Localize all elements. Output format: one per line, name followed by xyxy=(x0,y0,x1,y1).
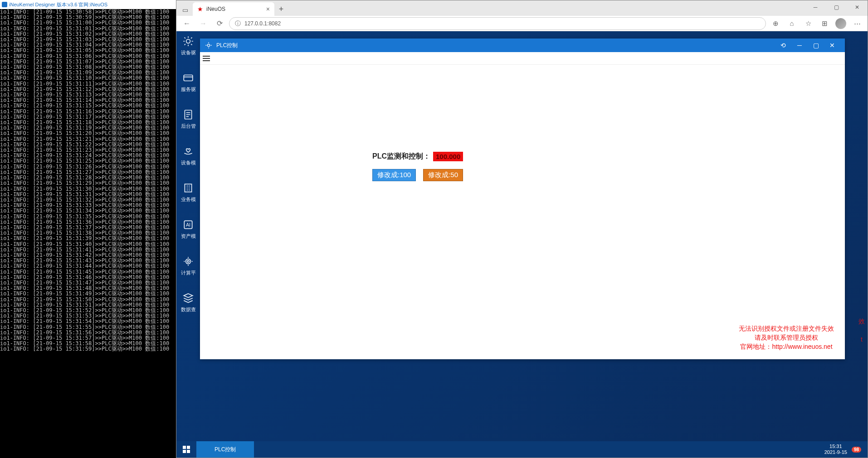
profile-button[interactable] xyxy=(834,17,848,30)
gear-icon xyxy=(205,41,213,49)
svg-rect-11 xyxy=(183,450,186,453)
sidebar-label: 计算平 xyxy=(181,270,196,276)
sidebar-item-devmodel[interactable]: 设备模 xyxy=(176,145,200,166)
favorites-icon[interactable]: ☆ xyxy=(801,17,815,30)
sidebar-item-compute[interactable]: 计算平 xyxy=(176,255,200,276)
url-text: 127.0.0.1:8082 xyxy=(244,20,281,27)
sidebar-label: 数据查 xyxy=(181,306,196,313)
collections-icon[interactable]: ⊞ xyxy=(818,17,831,30)
browser-toolbar: ← → ⟳ ⓘ 127.0.0.1:8082 ⊕ ⌂ ☆ ⊞ ⋯ xyxy=(176,16,868,31)
svg-point-8 xyxy=(207,44,210,46)
license-warning: 无法识别授权文件或注册文件失效 请及时联系管理员授权 官网地址：http://w… xyxy=(739,324,834,351)
gear-icon xyxy=(182,35,195,48)
notification-badge[interactable]: 98 xyxy=(852,447,861,453)
minimize-button[interactable]: ─ xyxy=(805,0,826,14)
taskbar-item-plc[interactable]: PLC控制 xyxy=(196,441,254,458)
clock-date: 2021-9-15 xyxy=(824,449,847,455)
building-icon xyxy=(182,182,195,194)
menu-button[interactable]: ⋯ xyxy=(850,17,864,30)
heart-hands-icon xyxy=(182,145,195,158)
refresh-button[interactable]: ⟳ xyxy=(213,17,226,30)
window-controls: ─ ▢ ✕ xyxy=(805,0,868,14)
sidebar-label: 后台管 xyxy=(181,123,196,130)
set-50-button[interactable]: 修改成:50 xyxy=(423,169,463,181)
sidebar-label: 服务驱 xyxy=(181,86,196,93)
license-warning-shadow: 效 t xyxy=(858,317,865,344)
license-url-link[interactable]: http://www.ineuos.net xyxy=(772,343,832,350)
sidebar-item-service[interactable]: 服务驱 xyxy=(176,72,200,93)
svg-point-7 xyxy=(187,260,189,262)
sidebar-label: 资产模 xyxy=(181,233,196,240)
svg-rect-1 xyxy=(184,75,193,81)
console-output: io1-INFO: [21-09-15 15:30:58]>>PLC驱动>>M1… xyxy=(0,9,176,458)
plc-window: PLC控制 ⟲ ─ ▢ ✕ PLC监测和控制： 100.000 修改成:100 … xyxy=(200,39,845,359)
plc-content: PLC监测和控制： 100.000 修改成:100 修改成:50 无法识别授权文… xyxy=(200,65,845,359)
window-maximize-button[interactable]: ▢ xyxy=(808,39,824,52)
console-title-text: iNeuKernel Designer 版本:v3.6 官网:iNeuOS xyxy=(9,0,107,9)
sidebar-item-device[interactable]: 设备驱 xyxy=(176,35,200,56)
tab-title: iNeuOS xyxy=(206,6,225,12)
browser-tabstrip: ▭ ★ iNeuOS × + ─ ▢ ✕ xyxy=(176,0,868,16)
tab-actions-icon[interactable]: ▭ xyxy=(179,4,191,16)
sidebar-item-data[interactable]: 数据查 xyxy=(176,292,200,313)
ai-icon: AI xyxy=(182,218,195,231)
start-button[interactable] xyxy=(176,441,196,458)
browser-window: ▭ ★ iNeuOS × + ─ ▢ ✕ ← → ⟳ ⓘ 127.0.0.1:8… xyxy=(176,0,868,458)
browser-tab[interactable]: ★ iNeuOS × xyxy=(193,2,274,16)
sidebar-item-asset[interactable]: AI 资产模 xyxy=(176,218,200,240)
svg-rect-10 xyxy=(187,446,190,449)
taskbar-clock[interactable]: 15:31 2021-9-15 xyxy=(824,444,847,455)
windows-icon xyxy=(183,446,190,453)
window-refresh-button[interactable]: ⟲ xyxy=(775,39,791,52)
document-icon xyxy=(182,108,195,121)
sidebar-item-bizmodel[interactable]: 业务模 xyxy=(176,182,200,203)
plc-button-row: 修改成:100 修改成:50 xyxy=(372,169,463,181)
favicon-icon: ★ xyxy=(197,6,204,12)
plc-toolbar xyxy=(200,52,845,65)
sidebar-label: 业务模 xyxy=(181,196,196,203)
zoom-icon[interactable]: ⊕ xyxy=(769,17,782,30)
home-icon[interactable]: ⌂ xyxy=(785,17,799,30)
set-100-button[interactable]: 修改成:100 xyxy=(372,169,416,181)
svg-rect-3 xyxy=(185,184,191,192)
license-line3: 官网地址：http://www.ineuos.net xyxy=(739,342,834,351)
console-app-icon xyxy=(2,2,7,7)
clock-time: 15:31 xyxy=(824,444,847,449)
hamburger-icon[interactable] xyxy=(203,54,212,63)
plc-monitor-row: PLC监测和控制： 100.000 xyxy=(372,152,463,161)
app-desktop: 设备驱 服务驱 后台管 设备模 业务模 AI 资产模 xyxy=(176,31,868,458)
gear2-icon xyxy=(182,255,195,268)
sidebar-item-admin[interactable]: 后台管 xyxy=(176,108,200,130)
app-sidebar: 设备驱 服务驱 后台管 设备模 业务模 AI 资产模 xyxy=(176,31,200,441)
sidebar-label: 设备驱 xyxy=(181,49,196,56)
plc-window-titlebar[interactable]: PLC控制 ⟲ ─ ▢ ✕ xyxy=(200,39,845,52)
close-button[interactable]: ✕ xyxy=(847,0,868,14)
taskbar-tray: 15:31 2021-9-15 98 xyxy=(824,441,868,458)
new-tab-button[interactable]: + xyxy=(274,2,288,16)
license-line1: 无法识别授权文件或注册文件失效 xyxy=(739,324,834,333)
license-line2: 请及时联系管理员授权 xyxy=(739,333,834,342)
app-taskbar: PLC控制 15:31 2021-9-15 98 xyxy=(176,441,868,458)
sidebar-label: 设备模 xyxy=(181,159,196,166)
window-minimize-button[interactable]: ─ xyxy=(791,39,808,52)
svg-text:AI: AI xyxy=(186,222,190,227)
svg-rect-9 xyxy=(183,446,186,449)
tab-close-icon[interactable]: × xyxy=(261,5,270,13)
console-titlebar: iNeuKernel Designer 版本:v3.6 官网:iNeuOS xyxy=(0,0,176,9)
forward-button[interactable]: → xyxy=(196,17,210,30)
console-window: iNeuKernel Designer 版本:v3.6 官网:iNeuOS io… xyxy=(0,0,176,458)
plc-value: 100.000 xyxy=(433,152,463,161)
card-icon xyxy=(182,72,195,84)
address-bar[interactable]: ⓘ 127.0.0.1:8082 xyxy=(229,17,766,30)
plc-label: PLC监测和控制： xyxy=(372,152,430,161)
plc-window-title: PLC控制 xyxy=(216,42,238,49)
maximize-button[interactable]: ▢ xyxy=(826,0,847,14)
avatar-icon xyxy=(835,18,846,29)
svg-point-0 xyxy=(186,39,190,43)
svg-rect-12 xyxy=(187,450,190,453)
window-close-button[interactable]: ✕ xyxy=(824,39,840,52)
back-button[interactable]: ← xyxy=(180,17,194,30)
site-info-icon[interactable]: ⓘ xyxy=(235,19,241,28)
svg-point-6 xyxy=(186,259,191,264)
layers-icon xyxy=(182,292,195,304)
